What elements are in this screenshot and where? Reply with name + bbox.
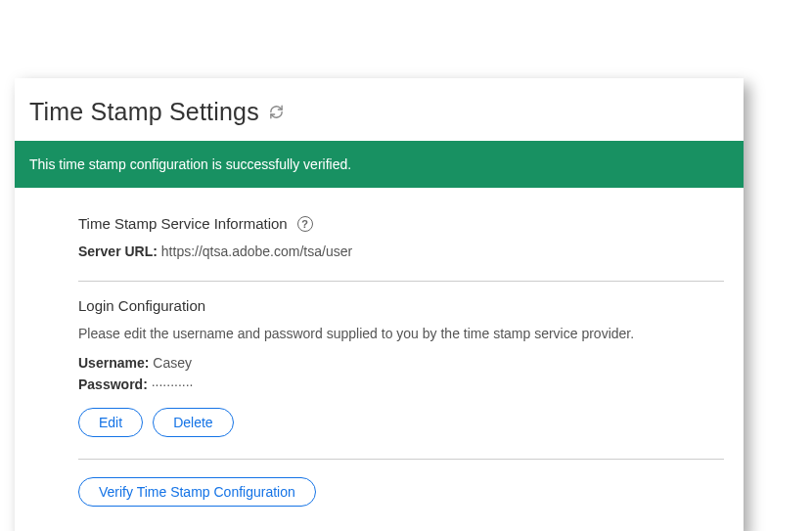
settings-panel: Time Stamp Settings This time stamp conf… (15, 78, 744, 531)
edit-button[interactable]: Edit (78, 408, 143, 437)
delete-button[interactable]: Delete (153, 408, 233, 437)
password-label: Password: (78, 376, 148, 392)
password-row: Password: ··········· (78, 376, 724, 392)
page-title-row: Time Stamp Settings (15, 78, 744, 141)
server-url-row: Server URL: https://qtsa.adobe.com/tsa/u… (78, 243, 724, 259)
content-area: Time Stamp Service Information ? Server … (15, 188, 744, 531)
server-url-value: https://qtsa.adobe.com/tsa/user (161, 243, 352, 259)
username-value: Casey (153, 355, 192, 371)
success-banner: This time stamp configuration is success… (15, 141, 744, 188)
username-label: Username: (78, 355, 149, 371)
refresh-icon[interactable] (269, 105, 284, 119)
help-icon[interactable]: ? (297, 216, 313, 232)
success-message: This time stamp configuration is success… (29, 156, 351, 172)
divider (78, 281, 724, 282)
divider (78, 459, 724, 460)
login-config-header: Login Configuration (78, 297, 724, 314)
page-title: Time Stamp Settings (29, 98, 259, 126)
username-row: Username: Casey (78, 355, 724, 371)
login-config-title: Login Configuration (78, 297, 205, 314)
service-info-title: Time Stamp Service Information (78, 215, 288, 232)
login-config-hint: Please edit the username and password su… (78, 326, 724, 341)
verify-button[interactable]: Verify Time Stamp Configuration (78, 477, 316, 507)
service-info-header: Time Stamp Service Information ? (78, 215, 724, 232)
password-value: ··········· (152, 376, 194, 392)
edit-delete-row: Edit Delete (78, 408, 724, 437)
server-url-label: Server URL: (78, 243, 158, 259)
verify-row: Verify Time Stamp Configuration (78, 477, 724, 507)
